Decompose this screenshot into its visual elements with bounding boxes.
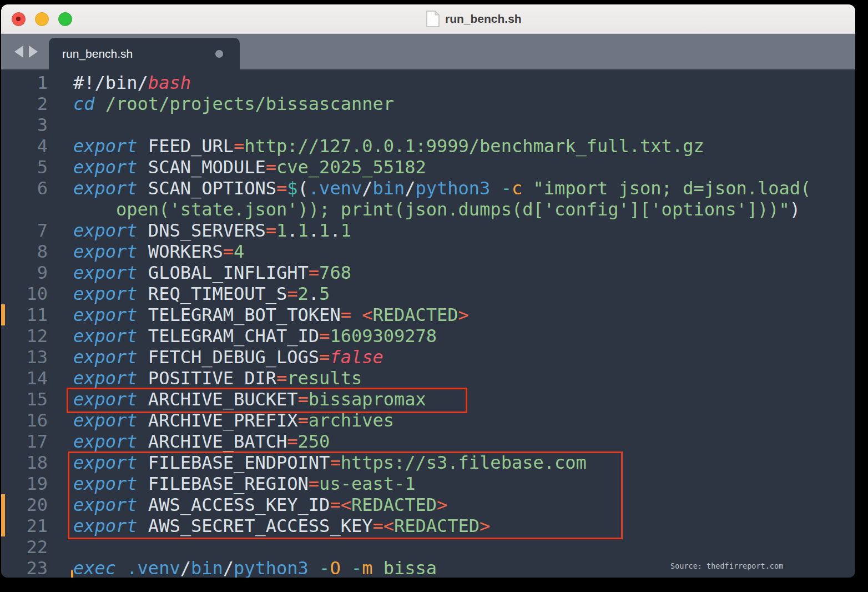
- annotation-box-archive-bucket: [67, 388, 467, 413]
- code-line[interactable]: 3: [1, 114, 855, 136]
- line-number: 12: [1, 325, 48, 347]
- line-number: 10: [1, 283, 48, 304]
- line-number: 4: [1, 136, 48, 157]
- code-text: export SCAN_OPTIONS=$(.venv/bin/python3 …: [48, 178, 811, 199]
- line-number: 7: [1, 220, 48, 241]
- code-text: [48, 114, 73, 136]
- code-line[interactable]: 13export FETCH_DEBUG_LOGS=false: [1, 347, 855, 368]
- code-line[interactable]: 10export REQ_TIMEOUT_S=2.5: [1, 283, 855, 304]
- code-text: export DNS_SERVERS=1.1.1.1: [48, 220, 351, 241]
- tab-nav-arrows: [14, 46, 38, 58]
- zoom-button[interactable]: [58, 12, 72, 26]
- line-number: 8: [1, 241, 48, 262]
- line-number: 20: [1, 494, 48, 515]
- code-line[interactable]: 2cd /root/projects/bissascanner: [1, 93, 855, 114]
- line-number: 11: [1, 304, 48, 325]
- code-line[interactable]: 7export DNS_SERVERS=1.1.1.1: [1, 220, 855, 241]
- code-text: open('state.json')); print(json.dumps(d[…: [48, 199, 800, 220]
- code-line[interactable]: 4export FEED_URL=http://127.0.0.1:9999/b…: [1, 136, 855, 157]
- code-text: #!/bin/bash: [48, 72, 191, 93]
- code-line[interactable]: 14export POSITIVE_DIR=results: [1, 368, 855, 389]
- tab-run-bench[interactable]: run_bench.sh: [49, 38, 240, 69]
- line-number: 17: [1, 431, 48, 452]
- minimize-button[interactable]: [35, 12, 49, 26]
- code-line[interactable]: 22: [1, 536, 855, 558]
- code-text: exec .venv/bin/python3 -O -m bissa: [48, 558, 437, 578]
- code-text: export ARCHIVE_BATCH=250: [48, 431, 330, 452]
- line-number: 1: [1, 72, 48, 93]
- code-text: export FETCH_DEBUG_LOGS=false: [48, 347, 383, 368]
- line-number: 23: [1, 558, 48, 578]
- code-line[interactable]: 8export WORKERS=4: [1, 241, 855, 262]
- code-line[interactable]: 11export TELEGRAM_BOT_TOKEN= <REDACTED>: [1, 304, 855, 325]
- code-text: export POSITIVE_DIR=results: [48, 368, 362, 389]
- annotation-box-filebase-credentials: [68, 451, 623, 539]
- code-text: export REQ_TIMEOUT_S=2.5: [48, 283, 330, 304]
- change-marker-lines-20-21: [1, 494, 5, 536]
- code-line[interactable]: 12export TELEGRAM_CHAT_ID=1609309278: [1, 325, 855, 347]
- line-number: 19: [1, 473, 48, 494]
- traffic-lights: [12, 12, 72, 26]
- line-number: 9: [1, 262, 48, 283]
- text-cursor: [71, 570, 73, 578]
- code-editor[interactable]: 1#!/bin/bash2cd /root/projects/bissascan…: [1, 69, 855, 578]
- line-number: 6: [1, 178, 48, 199]
- window-title: run_bench.sh: [445, 12, 522, 26]
- tab-label: run_bench.sh: [62, 38, 133, 69]
- code-line[interactable]: open('state.json')); print(json.dumps(d[…: [1, 199, 855, 220]
- code-line[interactable]: 1#!/bin/bash: [1, 72, 855, 93]
- code-text: export FEED_URL=http://127.0.0.1:9999/be…: [48, 136, 704, 157]
- line-number: 22: [1, 536, 48, 558]
- line-number: [1, 199, 48, 220]
- change-marker-line-11: [1, 304, 5, 325]
- line-number: 2: [1, 93, 48, 114]
- code-text: cd /root/projects/bissascanner: [48, 93, 394, 114]
- code-text: export WORKERS=4: [48, 241, 244, 262]
- line-number: 21: [1, 515, 48, 536]
- back-icon[interactable]: [14, 46, 23, 58]
- title-group: run_bench.sh: [426, 4, 522, 33]
- code-line[interactable]: 6export SCAN_OPTIONS=$(.venv/bin/python3…: [1, 178, 855, 199]
- close-button[interactable]: [12, 12, 26, 26]
- modified-dot-icon: [215, 50, 223, 58]
- line-number: 13: [1, 347, 48, 368]
- line-number: 5: [1, 157, 48, 178]
- editor-window: run_bench.sh run_bench.sh 1#!/bin/bash2c…: [1, 4, 855, 578]
- line-number: 16: [1, 410, 48, 431]
- code-line[interactable]: 5export SCAN_MODULE=cve_2025_55182: [1, 157, 855, 178]
- line-number: 15: [1, 389, 48, 410]
- line-number: 3: [1, 114, 48, 136]
- line-number: 14: [1, 368, 48, 389]
- forward-icon[interactable]: [29, 46, 38, 58]
- code-text: export GLOBAL_INFLIGHT=768: [48, 262, 351, 283]
- code-line[interactable]: 17export ARCHIVE_BATCH=250: [1, 431, 855, 452]
- code-text: export SCAN_MODULE=cve_2025_55182: [48, 157, 426, 178]
- line-number: 18: [1, 452, 48, 473]
- code-text: export TELEGRAM_BOT_TOKEN= <REDACTED>: [48, 304, 469, 325]
- code-text: [48, 536, 73, 558]
- tab-bar: run_bench.sh: [1, 34, 855, 69]
- titlebar: run_bench.sh: [1, 4, 855, 34]
- document-icon: [426, 11, 440, 27]
- code-line[interactable]: 9export GLOBAL_INFLIGHT=768: [1, 262, 855, 283]
- code-text: export TELEGRAM_CHAT_ID=1609309278: [48, 325, 437, 347]
- source-watermark: Source: thedfirreport.com: [670, 561, 783, 570]
